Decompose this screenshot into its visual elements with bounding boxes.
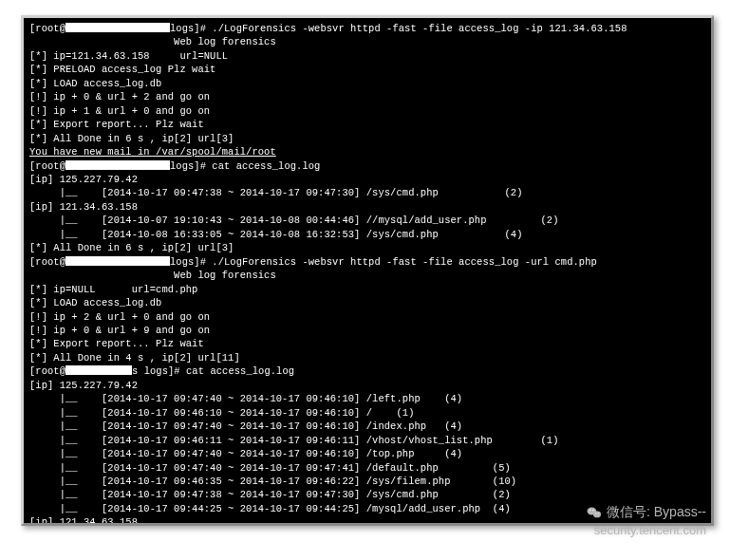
terminal-line: [!] ip + 1 & url + 0 and go on bbox=[29, 104, 705, 118]
terminal-line: |__ [2014-10-17 09:47:38 ~ 2014-10-17 09… bbox=[29, 186, 705, 199]
redacted-hostname bbox=[66, 23, 170, 32]
terminal-line: [!] ip + 0 & url + 9 and go on bbox=[29, 324, 705, 337]
redacted-hostname bbox=[66, 365, 132, 375]
terminal-line: [*] All Done in 6 s , ip[2] url[3] bbox=[29, 132, 705, 145]
terminal-output: [root@logs]# ./LogForensics -websvr http… bbox=[29, 22, 705, 526]
terminal-line: |__ [2014-10-17 09:47:40 ~ 2014-10-17 09… bbox=[29, 461, 705, 475]
redacted-hostname bbox=[66, 160, 170, 170]
svg-point-4 bbox=[595, 513, 596, 513]
terminal-line: |__ [2014-10-17 09:46:10 ~ 2014-10-17 09… bbox=[29, 406, 705, 420]
terminal-line: |__ [2014-10-17 09:46:11 ~ 2014-10-17 09… bbox=[29, 434, 705, 447]
terminal-line: Web log forensics bbox=[29, 35, 705, 48]
watermark-line1: 微信号: Bypass-- bbox=[607, 504, 706, 521]
terminal-line: |__ [2014-10-17 09:47:38 ~ 2014-10-17 09… bbox=[29, 488, 705, 501]
terminal-line: [*] Export report... Plz wait bbox=[29, 337, 705, 350]
watermark: 微信号: Bypass-- security.tencent.com bbox=[586, 504, 706, 537]
terminal-line: [*] Export report... Plz wait bbox=[29, 118, 705, 131]
terminal-line: [*] LOAD access_log.db bbox=[29, 77, 705, 90]
terminal-line: [!] ip + 2 & url + 0 and go on bbox=[29, 310, 705, 324]
terminal-line: [*] All Done in 6 s , ip[2] url[3] bbox=[29, 241, 705, 254]
terminal-line: [ip] 125.227.79.42 bbox=[29, 173, 705, 186]
terminal-line: [ip] 125.227.79.42 bbox=[29, 379, 705, 392]
terminal-line: [root@logs]# ./LogForensics -websvr http… bbox=[29, 255, 705, 269]
watermark-line2: security.tencent.com bbox=[586, 523, 706, 537]
svg-point-5 bbox=[598, 513, 599, 513]
terminal-line: |__ [2014-10-07 19:10:43 ~ 2014-10-08 00… bbox=[29, 214, 705, 227]
terminal-line: [!] ip + 0 & url + 2 and go on bbox=[29, 90, 705, 103]
terminal-line: [*] All Done in 4 s , ip[2] url[11] bbox=[29, 351, 705, 364]
svg-point-3 bbox=[592, 510, 593, 511]
terminal-line: |__ [2014-10-17 09:47:40 ~ 2014-10-17 09… bbox=[29, 447, 705, 460]
terminal-line: |__ [2014-10-17 09:46:35 ~ 2014-10-17 09… bbox=[29, 475, 705, 488]
terminal-line: Web log forensics bbox=[29, 269, 705, 282]
terminal-line: [ip] 121.34.63.158 bbox=[29, 200, 705, 214]
terminal-line: [*] LOAD access_log.db bbox=[29, 296, 705, 309]
terminal-line: |__ [2014-10-08 16:33:05 ~ 2014-10-08 16… bbox=[29, 228, 705, 241]
svg-point-1 bbox=[593, 511, 601, 517]
terminal-line: [root@s logs]# cat access_log.log bbox=[29, 364, 705, 378]
terminal-line: [root@logs]# ./LogForensics -websvr http… bbox=[29, 22, 705, 35]
terminal-line: [root@logs]# cat access_log.log bbox=[29, 159, 705, 173]
terminal-line: |__ [2014-10-17 09:47:40 ~ 2014-10-17 09… bbox=[29, 392, 705, 405]
terminal-line: [*] PRELOAD access_log Plz wait bbox=[29, 63, 705, 76]
wechat-icon bbox=[586, 504, 603, 521]
redacted-hostname bbox=[66, 256, 170, 266]
svg-point-2 bbox=[590, 510, 590, 511]
terminal-window[interactable]: [root@logs]# ./LogForensics -websvr http… bbox=[21, 15, 714, 526]
terminal-line: |__ [2014-10-17 09:47:40 ~ 2014-10-17 09… bbox=[29, 420, 705, 433]
terminal-line: You have new mail in /var/spool/mail/roo… bbox=[29, 145, 705, 159]
terminal-line: [*] ip=121.34.63.158 url=NULL bbox=[29, 49, 705, 63]
terminal-line: [*] ip=NULL url=cmd.php bbox=[29, 283, 705, 296]
